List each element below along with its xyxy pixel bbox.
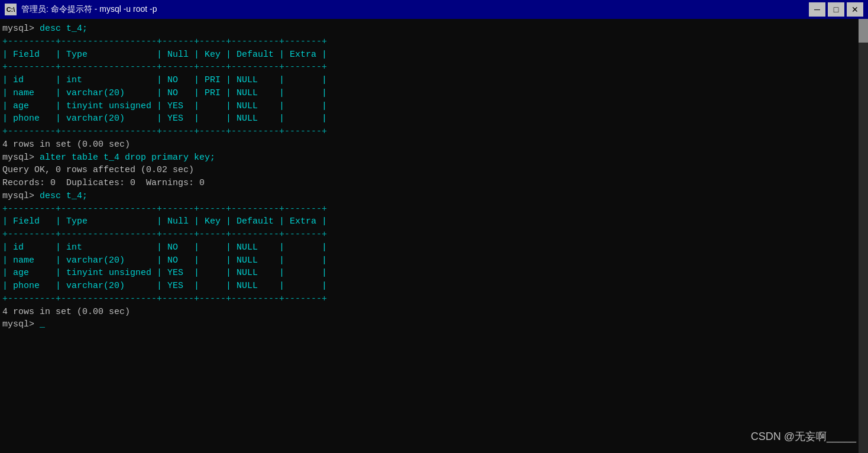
- maximize-button[interactable]: □: [828, 2, 844, 17]
- title-bar: C:\ 管理员: 命令提示符 - mysql -u root -p ─ □ ✕: [0, 0, 868, 19]
- close-button[interactable]: ✕: [847, 2, 863, 17]
- window-controls: ─ □ ✕: [809, 2, 863, 17]
- terminal-line: +---------+------------------+------+---…: [2, 293, 866, 306]
- terminal-content: mysql> desc t_4;+---------+-------------…: [2, 22, 866, 331]
- terminal-line: 4 rows in set (0.00 sec): [2, 138, 866, 151]
- terminal-line: mysql> _: [2, 318, 866, 331]
- terminal-line: +---------+------------------+------+---…: [2, 228, 866, 241]
- terminal-line: +---------+------------------+------+---…: [2, 35, 866, 48]
- scrollbar[interactable]: [859, 19, 868, 453]
- terminal-line: +---------+------------------+------+---…: [2, 61, 866, 74]
- minimize-button[interactable]: ─: [809, 2, 825, 17]
- watermark: CSDN @无妄啊_____: [751, 429, 856, 444]
- terminal-line: | Field | Type | Null | Key | Default | …: [2, 215, 866, 228]
- terminal-line: | id | int | NO | PRI | NULL | |: [2, 74, 866, 87]
- terminal-line: | name | varchar(20) | NO | | NULL | |: [2, 254, 866, 267]
- terminal-line: Records: 0 Duplicates: 0 Warnings: 0: [2, 177, 866, 190]
- terminal-line: | age | tinyint unsigned | YES | | NULL …: [2, 267, 866, 280]
- terminal-line: | name | varchar(20) | NO | PRI | NULL |…: [2, 87, 866, 100]
- terminal-line: | phone | varchar(20) | YES | | NULL | |: [2, 280, 866, 293]
- terminal-line: mysql> desc t_4;: [2, 22, 866, 35]
- terminal-line: | id | int | NO | | NULL | |: [2, 241, 866, 254]
- terminal-line: +---------+------------------+------+---…: [2, 125, 866, 138]
- terminal-line: mysql> alter table t_4 drop primary key;: [2, 151, 866, 164]
- terminal-line: mysql> desc t_4;: [2, 190, 866, 203]
- terminal-line: 4 rows in set (0.00 sec): [2, 306, 866, 319]
- terminal-line: | age | tinyint unsigned | YES | | NULL …: [2, 100, 866, 113]
- terminal-body[interactable]: mysql> desc t_4;+---------+-------------…: [0, 19, 868, 453]
- window-title: 管理员: 命令提示符 - mysql -u root -p: [21, 4, 157, 15]
- terminal-line: | Field | Type | Null | Key | Default | …: [2, 48, 866, 62]
- terminal-line: Query OK, 0 rows affected (0.02 sec): [2, 164, 866, 177]
- scrollbar-thumb[interactable]: [859, 19, 868, 43]
- terminal-line: +---------+------------------+------+---…: [2, 203, 866, 216]
- terminal-line: | phone | varchar(20) | YES | | NULL | |: [2, 112, 866, 125]
- app-icon: C:\: [5, 4, 17, 15]
